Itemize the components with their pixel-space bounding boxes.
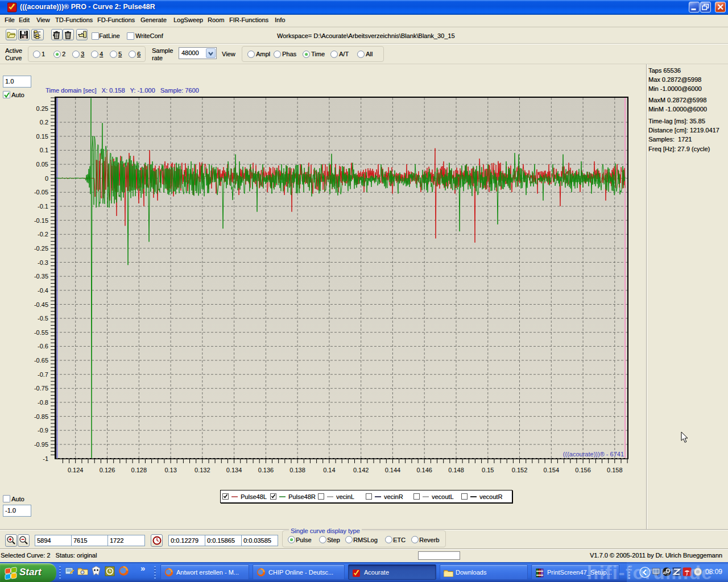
svg-text:0.14: 0.14 xyxy=(323,467,335,473)
svg-text:0.2: 0.2 xyxy=(40,119,48,126)
svg-text:0.138: 0.138 xyxy=(289,467,305,473)
svg-text:-0.1: -0.1 xyxy=(38,203,48,210)
svg-text:-0.75: -0.75 xyxy=(34,385,48,392)
svg-text:-0.95: -0.95 xyxy=(34,441,48,448)
svg-text:-0.9: -0.9 xyxy=(38,427,48,434)
svg-text:-0.35: -0.35 xyxy=(34,273,48,280)
svg-text:0.152: 0.152 xyxy=(512,467,528,473)
svg-text:0.05: 0.05 xyxy=(36,161,48,168)
svg-text:-0.7: -0.7 xyxy=(38,371,48,378)
svg-text:-0.85: -0.85 xyxy=(34,413,48,420)
svg-text:-0.3: -0.3 xyxy=(38,259,48,266)
svg-text:-0.6: -0.6 xyxy=(38,343,48,350)
svg-text:0.124: 0.124 xyxy=(68,467,84,473)
svg-text:0.142: 0.142 xyxy=(353,467,369,473)
svg-text:-0.05: -0.05 xyxy=(34,189,48,196)
svg-text:-0.25: -0.25 xyxy=(34,245,48,252)
svg-text:-0.55: -0.55 xyxy=(34,329,48,336)
svg-text:-0.65: -0.65 xyxy=(34,357,48,364)
svg-text:0.154: 0.154 xyxy=(544,467,560,473)
svg-text:(((acourate)))® - 6741: (((acourate)))® - 6741 xyxy=(563,451,624,458)
svg-text:0.1: 0.1 xyxy=(40,147,48,153)
svg-text:0.144: 0.144 xyxy=(385,467,401,473)
svg-text:0.134: 0.134 xyxy=(226,467,242,473)
svg-text:0.126: 0.126 xyxy=(100,467,115,473)
svg-text:0.25: 0.25 xyxy=(36,105,48,112)
svg-text:0.156: 0.156 xyxy=(575,467,591,473)
svg-text:0: 0 xyxy=(45,175,48,182)
svg-text:0.15: 0.15 xyxy=(36,133,48,140)
svg-text:0.128: 0.128 xyxy=(131,467,147,473)
svg-text:0.158: 0.158 xyxy=(607,467,623,473)
svg-text:0.132: 0.132 xyxy=(195,467,210,473)
svg-text:0.148: 0.148 xyxy=(448,467,464,473)
svg-text:-0.15: -0.15 xyxy=(34,217,48,224)
svg-text:0.146: 0.146 xyxy=(416,467,432,473)
svg-text:0.136: 0.136 xyxy=(258,467,274,473)
svg-text:-0.5: -0.5 xyxy=(38,315,48,322)
svg-text:-0.45: -0.45 xyxy=(34,301,48,308)
svg-text:-0.4: -0.4 xyxy=(38,287,48,294)
svg-text:-0.8: -0.8 xyxy=(38,399,48,406)
svg-text:0.13: 0.13 xyxy=(164,467,176,473)
svg-text:-0.2: -0.2 xyxy=(38,231,48,238)
svg-text:0.15: 0.15 xyxy=(482,467,494,473)
svg-text:-1: -1 xyxy=(43,455,48,462)
